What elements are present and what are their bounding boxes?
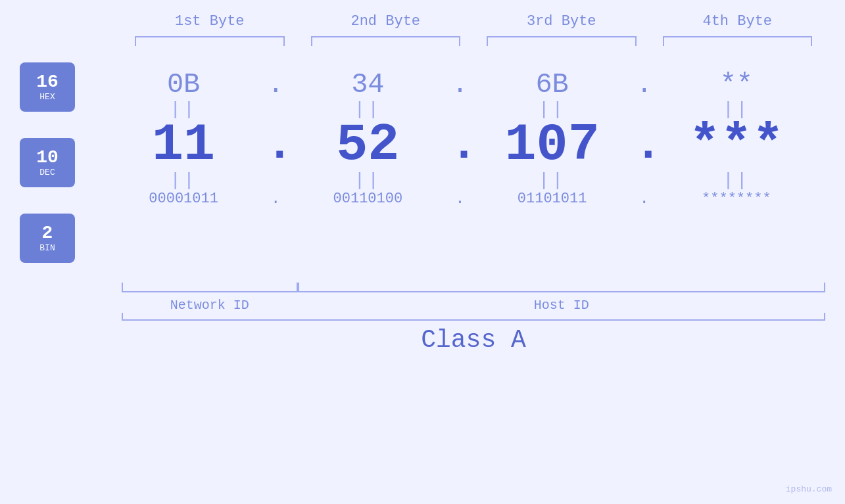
dec-badge: 10 DEC: [20, 138, 75, 187]
bin-dot-1: .: [266, 190, 285, 208]
bracket-seg-4: [650, 36, 826, 49]
bin-cell-2: 00110100: [285, 191, 450, 207]
base-labels: 16 HEX 10 DEC 2 BIN: [20, 62, 75, 276]
hex-name: HEX: [39, 92, 55, 102]
bracket-bottom-container: [122, 279, 825, 292]
bin-number: 2: [42, 223, 53, 244]
host-id-label: Host ID: [298, 298, 826, 313]
values-grid: 0B . 34 . 6B . ** || ||: [95, 62, 825, 276]
dec-val-3: 107: [505, 115, 600, 175]
hex-val-1: 0B: [167, 69, 200, 101]
bottom-brackets: [20, 279, 825, 292]
dec-name: DEC: [39, 168, 55, 177]
bracket-top-left-3: [487, 36, 488, 46]
hex-cell-3: 6B: [470, 69, 635, 101]
byte-header-2: 2nd Byte: [298, 13, 474, 30]
hex-row: 0B . 34 . 6B . **: [95, 69, 825, 101]
dec-cell-2: 52: [285, 119, 450, 172]
bin-val-3: 01101011: [518, 191, 587, 207]
dec-val-4: ***: [689, 115, 784, 175]
network-id-label: Network ID: [122, 298, 298, 313]
class-label: Class A: [122, 326, 825, 354]
bin-dot-3: .: [635, 190, 654, 208]
dot-3: .: [635, 70, 654, 100]
bracket-top-left-1: [135, 36, 136, 46]
byte-header-3: 3rd Byte: [473, 13, 650, 30]
bracket-top-right-1: [283, 36, 285, 46]
hex-cell-1: 0B: [101, 69, 266, 101]
network-bracket-left: [122, 283, 123, 292]
dec-row: 11 . 52 . 107 . ***: [95, 119, 825, 172]
hex-number: 16: [36, 72, 59, 93]
id-labels-row: Network ID Host ID: [20, 298, 825, 313]
bin-row: 00001011 . 00110100 . 01101011 . *******…: [95, 190, 825, 208]
network-bracket-line: [122, 291, 298, 292]
dot-1: .: [266, 70, 285, 100]
bracket-top-right-3: [635, 36, 637, 46]
byte-headers-row: 1st Byte 2nd Byte 3rd Byte 4th Byte: [20, 13, 825, 30]
host-bracket-left: [298, 283, 299, 292]
byte-header-1: 1st Byte: [122, 13, 298, 30]
bracket-top-left-2: [311, 36, 312, 46]
class-bracket-left: [122, 313, 123, 321]
dec-val-2: 52: [336, 115, 399, 175]
bracket-seg-2: [298, 36, 474, 49]
hex-val-3: 6B: [535, 69, 568, 101]
rows-wrapper: 16 HEX 10 DEC 2 BIN 0B . 34: [20, 62, 825, 276]
bracket-top-line-4: [663, 36, 813, 37]
class-row: Class A: [20, 319, 825, 354]
watermark: ipshu.com: [786, 484, 832, 494]
dec-cell-3: 107: [470, 119, 635, 172]
dec-dot-1: .: [266, 120, 285, 172]
host-bracket-right: [824, 283, 825, 292]
bin-cell-3: 01101011: [470, 191, 635, 207]
bracket-top-line-2: [311, 36, 461, 37]
hex-cell-2: 34: [285, 69, 450, 101]
bin-cell-4: ********: [654, 191, 819, 207]
dec-number: 10: [36, 148, 59, 168]
main-container: 1st Byte 2nd Byte 3rd Byte 4th Byte: [0, 0, 845, 504]
bracket-seg-1: [122, 36, 298, 49]
dec-cell-4: ***: [654, 119, 819, 172]
bin-val-1: 00001011: [149, 191, 218, 207]
bracket-top-right-4: [811, 36, 812, 46]
dec-val-1: 11: [152, 115, 215, 175]
hex-badge: 16 HEX: [20, 62, 75, 112]
bracket-top-right-2: [459, 36, 460, 46]
bracket-top-line-1: [135, 36, 285, 37]
dot-2: .: [450, 70, 470, 100]
class-bracket-line: [122, 319, 825, 321]
host-bracket-line: [298, 291, 826, 292]
dec-dot-2: .: [450, 120, 470, 172]
bracket-top-left-4: [663, 36, 664, 46]
bin-val-2: 00110100: [333, 191, 403, 207]
bin-name: BIN: [39, 243, 55, 253]
bin-dot-2: .: [450, 190, 470, 208]
bin-val-4: ********: [702, 191, 771, 207]
byte-header-4: 4th Byte: [650, 13, 826, 30]
hex-val-2: 34: [351, 69, 384, 101]
top-bracket: [20, 36, 825, 49]
bin-badge: 2 BIN: [20, 214, 75, 263]
host-bracket: [298, 279, 826, 292]
class-bracket-right: [824, 313, 825, 321]
dec-cell-1: 11: [101, 119, 266, 172]
hex-cell-4: **: [654, 69, 819, 101]
bin-cell-1: 00001011: [101, 191, 266, 207]
hex-val-4: **: [720, 69, 753, 101]
dec-dot-3: .: [635, 120, 654, 172]
bracket-top-line-3: [487, 36, 637, 37]
bracket-seg-3: [473, 36, 650, 49]
network-bracket: [122, 279, 298, 292]
